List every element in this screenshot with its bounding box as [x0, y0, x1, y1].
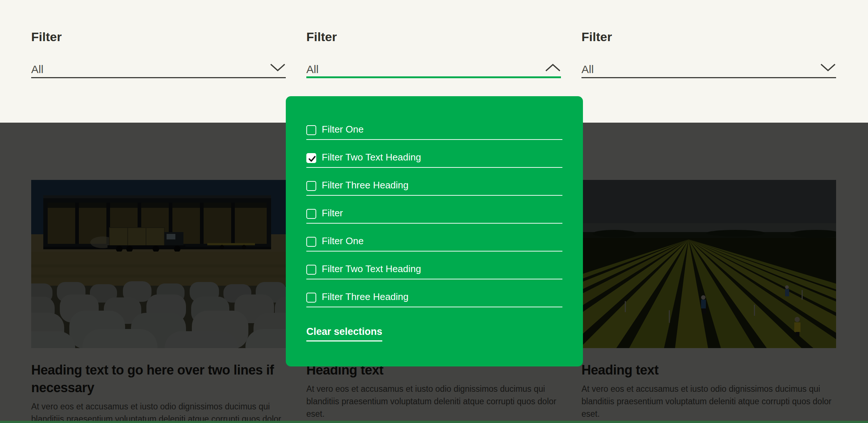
chevron-up-icon [545, 63, 561, 73]
checkbox-unchecked[interactable] [306, 181, 316, 191]
clear-selections-button[interactable]: Clear selections [306, 325, 382, 341]
filter-select-value: All [31, 63, 43, 76]
checkbox-unchecked[interactable] [306, 293, 316, 303]
filter-select-2[interactable]: All [306, 55, 561, 78]
filter-group-2: Filter All [306, 0, 561, 78]
filter-options-list: Filter One Filter Two Text Heading Filte… [306, 112, 562, 307]
checkbox-unchecked[interactable] [306, 209, 316, 219]
checkbox-unchecked[interactable] [306, 265, 316, 275]
filter-dropdown-panel: Filter One Filter Two Text Heading Filte… [286, 96, 583, 366]
filter-option-7[interactable]: Filter Three Heading [306, 279, 562, 307]
checkbox-unchecked[interactable] [306, 125, 316, 135]
filter-group-1: Filter All [31, 0, 286, 78]
filter-label: Filter [306, 29, 561, 44]
option-label: Filter [322, 207, 343, 219]
filter-option-2[interactable]: Filter Two Text Heading [306, 140, 562, 168]
filter-select-1[interactable]: All [31, 55, 286, 78]
option-label: Filter Three Heading [322, 291, 409, 303]
option-label: Filter Two Text Heading [322, 263, 421, 275]
checkbox-unchecked[interactable] [306, 237, 316, 247]
chevron-down-icon [820, 63, 836, 73]
filter-label: Filter [581, 29, 836, 44]
filter-label: Filter [31, 29, 286, 44]
option-label: Filter Three Heading [322, 179, 409, 191]
filter-select-value: All [581, 63, 594, 76]
filter-select-3[interactable]: All [581, 55, 836, 78]
chevron-down-icon [270, 63, 286, 73]
option-label: Filter One [322, 123, 364, 135]
page: Filter All Filter All Filter All [0, 0, 868, 423]
footer-top-edge [0, 421, 868, 423]
filter-select-value: All [306, 63, 318, 76]
filter-option-5[interactable]: Filter One [306, 224, 562, 252]
option-label: Filter One [322, 235, 364, 247]
filter-option-6[interactable]: Filter Two Text Heading [306, 252, 562, 279]
filter-option-4[interactable]: Filter [306, 196, 562, 224]
option-label: Filter Two Text Heading [322, 151, 421, 163]
filter-bar: Filter All Filter All Filter All [31, 0, 836, 78]
filter-option-1[interactable]: Filter One [306, 112, 562, 140]
checkbox-checked[interactable] [306, 153, 316, 163]
filter-option-3[interactable]: Filter Three Heading [306, 168, 562, 196]
filter-group-3: Filter All [581, 0, 836, 78]
